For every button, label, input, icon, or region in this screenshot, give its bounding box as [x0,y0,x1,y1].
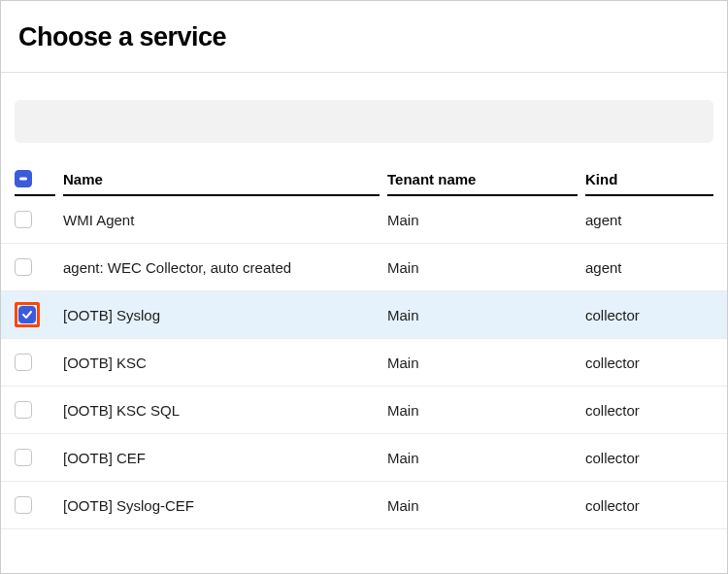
table-row[interactable]: [OOTB] KSC SQLMaincollector [1,387,727,434]
row-checkbox-cell [15,401,55,419]
row-checkbox-cell [15,449,55,466]
service-name: agent: WEC Collector, auto created [63,259,380,276]
row-checkbox[interactable] [15,354,32,371]
tenant-name: Main [387,212,578,228]
service-name: WMI Agent [63,212,380,228]
service-name: [OOTB] CEF [63,450,380,466]
table-row[interactable]: [OOTB] CEFMaincollector [1,434,727,482]
service-kind: collector [585,497,713,514]
tenant-name: Main [387,450,578,466]
page-title: Choose a service [18,22,710,52]
table-row[interactable]: agent: WEC Collector, auto createdMainag… [1,244,727,291]
row-checkbox-cell [15,258,55,276]
table-row[interactable]: [OOTB] SyslogMaincollector [1,291,727,339]
service-kind: collector [585,307,713,323]
table-row[interactable]: WMI AgentMainagent [1,196,727,244]
row-checkbox-cell [15,302,55,327]
service-name: [OOTB] Syslog [63,307,380,323]
service-name: [OOTB] KSC [63,355,380,371]
row-checkbox[interactable] [15,401,32,419]
row-checkbox[interactable] [15,449,32,466]
row-checkbox-cell [15,211,55,228]
row-checkbox[interactable] [15,211,32,228]
service-kind: collector [585,402,713,419]
column-header-kind[interactable]: Kind [585,170,713,196]
tenant-name: Main [387,259,578,276]
row-checkbox-cell [15,496,55,514]
row-checkbox[interactable] [18,306,36,323]
filter-area [1,73,727,156]
highlight-annotation [15,302,40,327]
table-body: WMI AgentMainagentagent: WEC Collector, … [1,196,727,529]
select-all-checkbox[interactable] [15,170,32,187]
service-kind: collector [585,355,713,371]
service-kind: agent [585,259,713,276]
service-kind: agent [585,212,713,228]
tenant-name: Main [387,307,578,323]
row-checkbox[interactable] [15,258,32,276]
service-name: [OOTB] KSC SQL [63,402,380,419]
tenant-name: Main [387,355,578,371]
search-input[interactable] [15,100,713,143]
select-all-header [15,170,55,196]
table-row[interactable]: [OOTB] Syslog-CEFMaincollector [1,482,727,529]
column-header-name[interactable]: Name [63,170,380,196]
service-name: [OOTB] Syslog-CEF [63,497,380,514]
tenant-name: Main [387,402,578,419]
tenant-name: Main [387,497,578,514]
row-checkbox-cell [15,354,55,371]
table-row[interactable]: [OOTB] KSCMaincollector [1,339,727,387]
column-header-tenant[interactable]: Tenant name [387,170,578,196]
services-table: Name Tenant name Kind WMI AgentMainagent… [1,156,727,529]
svg-rect-0 [19,178,27,181]
table-header-row: Name Tenant name Kind [1,156,727,196]
service-kind: collector [585,450,713,466]
row-checkbox[interactable] [15,496,32,514]
dialog-header: Choose a service [1,1,727,72]
